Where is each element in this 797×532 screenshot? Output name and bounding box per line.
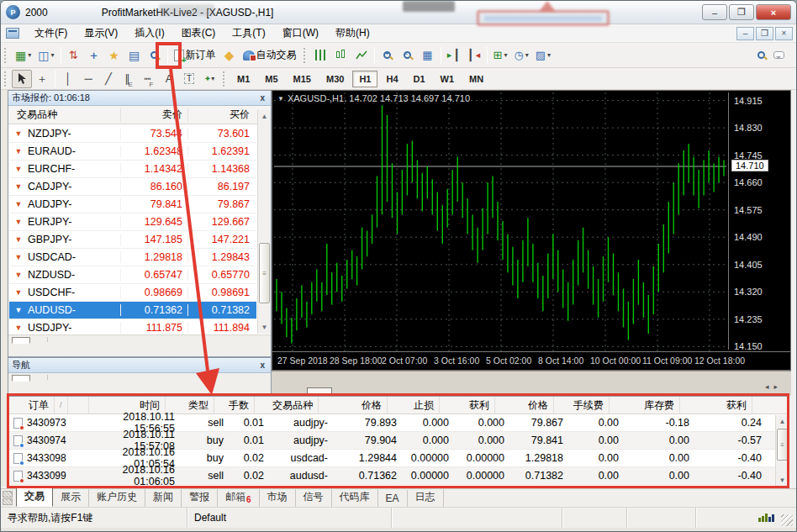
market-watch-scrollbar[interactable]: ▲ ≡ ▼ xyxy=(257,110,271,334)
profiles-button[interactable]: ◫▾ xyxy=(34,45,57,66)
horizontal-line-tool[interactable]: ─ xyxy=(78,70,98,88)
toolbar-grip[interactable] xyxy=(4,71,8,87)
panel-grip-icon[interactable] xyxy=(3,491,13,505)
chart-menu-icon[interactable]: ▼ xyxy=(277,95,284,103)
menu-item[interactable]: 文件(F) xyxy=(26,25,76,40)
market-watch-row[interactable]: ▼ EURAUD- 1.62348 1.62391 xyxy=(9,143,256,161)
menu-item[interactable]: 窗口(W) xyxy=(274,25,327,40)
minimize-button[interactable]: – xyxy=(702,4,727,20)
timeframe-button[interactable]: MN xyxy=(462,71,490,87)
cursor-tool[interactable] xyxy=(12,70,32,88)
search-icon[interactable] xyxy=(757,51,765,59)
timeframe-button[interactable]: D1 xyxy=(407,71,432,87)
toolbar-grip[interactable] xyxy=(4,48,8,63)
column-commission[interactable]: 手续费 xyxy=(554,397,610,413)
tab-scroll-arrows[interactable]: ◂▸ xyxy=(757,382,791,396)
market-watch-row[interactable]: ▼ GBPJPY- 147.185 147.221 xyxy=(9,231,256,249)
fibonacci-tool[interactable]: ┉F xyxy=(139,70,159,88)
scroll-thumb[interactable]: ≡ xyxy=(777,429,788,461)
resize-grip[interactable] xyxy=(781,514,793,526)
zoom-out-button[interactable]: - xyxy=(398,45,418,66)
menu-item[interactable]: 工具(T) xyxy=(224,25,273,40)
column-lots[interactable]: 手数 xyxy=(214,397,255,413)
timeframe-button[interactable]: W1 xyxy=(434,71,462,87)
trade-row[interactable]: 3433099 2018.10.16 01:06:05 sell 0.02 au… xyxy=(8,467,789,485)
strategy-tester-button[interactable] xyxy=(145,45,165,66)
mdi-minimize-button[interactable]: – xyxy=(736,27,754,40)
trendline-tool[interactable]: ╱ xyxy=(98,70,119,88)
panel-tab[interactable] xyxy=(12,375,30,382)
periods-button[interactable]: ◷▾ xyxy=(510,45,531,66)
panel-tab[interactable] xyxy=(12,337,30,344)
market-watch-row[interactable]: ▼ USDCHF- 0.98669 0.98691 xyxy=(9,284,256,302)
chart-tab[interactable] xyxy=(307,387,332,396)
scroll-down-icon[interactable]: ▼ xyxy=(258,321,271,334)
market-watch-toggle-button[interactable]: ⇅ xyxy=(64,45,84,66)
column-ask[interactable]: 买价 xyxy=(187,108,256,122)
terminal-tab[interactable]: EA xyxy=(378,490,408,507)
column-symbol[interactable]: 交易品种 xyxy=(8,108,120,122)
price-axis[interactable]: 14.91514.83014.74514.66014.57514.49014.4… xyxy=(728,92,790,350)
text-label-tool[interactable]: T xyxy=(179,70,199,88)
market-watch-row[interactable]: ▼ AUDJPY- 79.841 79.867 xyxy=(9,196,256,213)
mdi-close-button[interactable]: × xyxy=(775,27,793,40)
status-profile[interactable]: Default xyxy=(187,508,392,528)
terminal-tab[interactable]: 代码库 xyxy=(332,487,378,507)
timeframe-button[interactable]: M30 xyxy=(319,71,351,87)
close-button[interactable]: × xyxy=(756,4,791,20)
market-watch-row[interactable]: ▼ EURCHF- 1.14342 1.14368 xyxy=(9,161,256,178)
column-open-price[interactable]: 价格 xyxy=(319,397,388,413)
terminal-tab[interactable]: 日志 xyxy=(408,487,444,507)
column-tp[interactable]: 获利 xyxy=(440,397,495,413)
arrows-tool[interactable]: ✦▾ xyxy=(199,70,219,88)
time-axis[interactable]: 27 Sep 201828 Sep 18:002 Oct 07:003 Oct … xyxy=(272,351,790,370)
scroll-thumb[interactable]: ≡ xyxy=(259,243,270,303)
column-swap[interactable]: 库存费 xyxy=(610,397,680,413)
terminal-tab[interactable]: 邮箱6 xyxy=(218,487,260,507)
column-current-price[interactable]: 价格 xyxy=(495,397,554,413)
price-chart[interactable] xyxy=(274,92,726,353)
scroll-down-icon[interactable]: ▼ xyxy=(776,474,789,487)
autotrading-button[interactable]: 自动交易 xyxy=(240,45,300,66)
menu-item[interactable]: 图表(C) xyxy=(173,25,224,40)
terminal-tab[interactable]: 新闻 xyxy=(145,487,182,507)
menu-item[interactable]: 插入(I) xyxy=(126,25,172,40)
timeframe-button[interactable]: H1 xyxy=(352,71,377,87)
column-symbol[interactable]: 交易品种 xyxy=(255,397,319,413)
line-chart-button[interactable] xyxy=(351,45,372,66)
terminal-tab[interactable]: 警报 xyxy=(182,487,218,507)
channel-tool[interactable]: ∥E xyxy=(119,70,139,88)
timeframe-button[interactable]: M15 xyxy=(287,71,318,87)
market-watch-row[interactable]: ▼ NZDJPY- 73.544 73.601 xyxy=(9,125,256,143)
metaeditor-button[interactable]: ◆ xyxy=(219,45,240,66)
terminal-tab[interactable]: 市场 xyxy=(260,487,296,507)
candlestick-button[interactable] xyxy=(331,45,351,66)
chat-icon[interactable] xyxy=(773,51,784,59)
timeframe-button[interactable]: M5 xyxy=(258,71,284,87)
column-order[interactable]: 订单/ xyxy=(27,397,89,413)
market-watch-row[interactable]: ▼ NZDUSD- 0.65747 0.65770 xyxy=(9,266,256,284)
text-tool[interactable]: A xyxy=(159,70,179,88)
terminal-toggle-button[interactable]: ▤ xyxy=(124,45,145,66)
data-window-toggle-button[interactable]: ＋ xyxy=(84,45,104,66)
menu-item[interactable]: 显示(V) xyxy=(76,25,126,40)
chart-window[interactable]: ▼ XAGUSD-,H1. 14.702 14.713 14.697 14.71… xyxy=(272,90,791,371)
mdi-restore-button[interactable]: ❐ xyxy=(756,27,773,40)
indicators-button[interactable]: ⊞▾ xyxy=(490,45,511,66)
templates-button[interactable]: ▨▾ xyxy=(532,45,554,66)
market-watch-row[interactable]: ▼ EURJPY- 129.645 129.667 xyxy=(9,213,256,231)
terminal-tab[interactable]: 账户历史 xyxy=(89,487,145,507)
chart-shift-button[interactable]: ┃◂ xyxy=(464,45,484,66)
navigator-toggle-button[interactable]: ★ xyxy=(104,45,124,66)
terminal-tab[interactable]: 信号 xyxy=(296,487,332,507)
terminal-scrollbar[interactable]: ▲ ≡ ▼ xyxy=(775,415,789,487)
zoom-in-button[interactable]: + xyxy=(377,45,398,66)
panel-tab[interactable] xyxy=(30,375,48,380)
terminal-tab[interactable]: 展示 xyxy=(53,487,89,507)
new-chart-button[interactable]: ▦▾ xyxy=(12,45,34,66)
chart-tab[interactable] xyxy=(283,389,307,396)
new-order-button[interactable]: +新订单 xyxy=(171,45,219,66)
market-watch-row[interactable]: ▼ AUDUSD- 0.71362 0.71382 xyxy=(9,302,256,319)
timeframe-button[interactable]: H4 xyxy=(379,71,404,87)
market-watch-close-icon[interactable]: x xyxy=(257,93,267,103)
